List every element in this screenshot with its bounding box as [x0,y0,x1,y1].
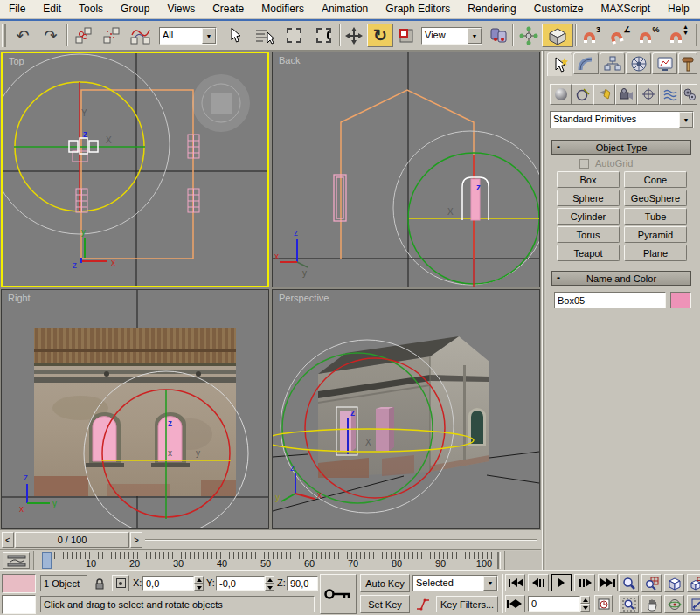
y-spinner[interactable] [265,576,274,591]
y-coordinate-field[interactable]: -0,0 [216,576,265,591]
zoom-extents-all-button[interactable] [687,574,700,592]
tab-hierarchy[interactable] [600,52,625,74]
object-type-cylinder-button[interactable]: Cylinder [557,208,620,225]
object-type-teapot-button[interactable]: Teapot [557,245,620,261]
panel-scrollbar[interactable] [543,51,546,571]
object-type-geosphere-button[interactable]: GeoSphere [624,190,687,206]
viewport-top-label[interactable]: Top [9,56,24,66]
key-mode-toggle[interactable] [505,595,525,612]
viewport-back-label[interactable]: Back [279,55,300,66]
x-coordinate-field[interactable]: 0,0 [142,576,194,591]
selection-lock-toggle[interactable] [93,575,107,591]
selection-filter-dropdown[interactable]: All ▼ [159,27,217,45]
dropdown-arrow-icon[interactable]: ▼ [483,576,497,591]
dropdown-arrow-icon[interactable]: ▼ [679,112,693,128]
viewport-right-label[interactable]: Right [8,293,31,303]
use-pivot-point-center-icon[interactable] [486,24,510,47]
category-shapes[interactable] [572,84,593,105]
zoom-all-button[interactable] [641,574,662,592]
select-and-link-icon[interactable] [72,24,96,47]
object-type-sphere-button[interactable]: Sphere [557,190,620,206]
key-filters-button[interactable]: Key Filters... [436,596,498,612]
rectangular-selection-region-icon[interactable] [281,24,306,47]
pan-button[interactable] [641,595,662,613]
menu-modifiers[interactable]: Modifiers [253,1,313,17]
dropdown-arrow-icon[interactable]: ▼ [468,28,482,44]
select-and-move-icon[interactable] [343,24,365,47]
undo-icon[interactable]: ↶ [10,24,35,47]
menu-edit[interactable]: Edit [34,1,70,17]
menu-create[interactable]: Create [204,1,253,17]
select-by-name-icon[interactable] [252,24,278,47]
time-slider-next-arrow[interactable]: > [130,532,142,548]
menu-graph-editors[interactable]: Graph Editors [377,1,459,17]
mini-listener-pane[interactable] [2,595,36,614]
time-slider-prev-arrow[interactable]: < [2,532,14,548]
autogrid-checkbox[interactable] [579,159,589,169]
object-type-pyramid-button[interactable]: Pyramid [624,226,687,243]
percent-snap-toggle-icon[interactable]: % [636,24,662,47]
key-scope-dropdown[interactable]: Selected ▼ [412,575,498,591]
play-button[interactable] [551,574,572,591]
viewport-right[interactable]: Right [1,289,269,529]
time-configuration-button[interactable] [594,595,613,612]
category-cameras[interactable] [615,84,637,105]
menu-file[interactable]: File [0,1,34,17]
spinner-snap-toggle-icon[interactable]: ▲▼ [665,24,693,47]
viewport-perspective[interactable]: Perspective [272,289,540,529]
viewport-back[interactable]: Back z X [272,52,540,287]
tab-create[interactable] [547,52,572,76]
object-color-swatch[interactable] [670,292,691,308]
category-space-warps[interactable] [659,84,681,105]
menu-customize[interactable]: Customize [525,1,593,17]
dropdown-arrow-icon[interactable]: ▼ [202,28,216,44]
menu-animation[interactable]: Animation [313,1,377,17]
go-to-end-button[interactable] [598,574,618,591]
category-geometry[interactable] [550,84,572,105]
category-helpers[interactable] [637,84,659,105]
tab-motion[interactable] [626,52,651,74]
name-color-rollout-header[interactable]: - Name and Color [551,271,691,286]
select-and-manipulate-icon[interactable] [516,24,540,47]
tab-modify[interactable] [573,52,599,74]
track-bar-frame-handle[interactable] [42,552,52,569]
frame-spinner[interactable] [580,596,590,612]
object-type-torus-button[interactable]: Torus [557,226,620,243]
crossing-selection-icon[interactable] [309,24,337,47]
menu-tools[interactable]: Tools [70,1,112,17]
current-frame-field[interactable]: 0 [528,596,580,612]
unlink-selection-icon[interactable] [100,24,124,47]
go-to-start-button[interactable] [505,574,525,591]
arc-rotate-button[interactable] [664,595,684,613]
object-type-tube-button[interactable]: Tube [624,208,687,225]
category-systems[interactable] [681,84,697,105]
next-frame-button[interactable] [574,574,595,591]
viewport-top[interactable]: Top [1,52,269,287]
object-type-rollout-header[interactable]: - Object Type [551,140,691,155]
select-and-rotate-icon[interactable]: ↻ [367,24,393,47]
object-name-field[interactable]: Box05 [554,292,666,308]
object-type-plane-button[interactable]: Plane [624,245,687,261]
category-lights[interactable] [593,84,615,105]
time-slider-track[interactable] [145,539,537,541]
select-and-scale-icon[interactable] [395,24,418,47]
z-coordinate-field[interactable]: 90,0 [287,576,318,591]
reference-coordinate-system-dropdown[interactable]: View ▼ [421,27,482,45]
x-spinner[interactable] [194,576,204,591]
tab-display[interactable] [652,52,677,74]
time-slider-handle[interactable]: 0 / 100 [15,532,129,548]
menu-views[interactable]: Views [158,1,204,17]
viewport-perspective-label[interactable]: Perspective [279,293,329,303]
menu-rendering[interactable]: Rendering [459,1,524,17]
set-key-button[interactable]: Set Key [360,595,410,613]
menu-maxscript[interactable]: MAXScript [592,1,659,17]
redo-icon[interactable]: ↷ [38,24,63,47]
zoom-button[interactable] [619,574,639,592]
toolbar-drag-handle[interactable] [2,24,6,47]
track-bar-ruler[interactable]: 0 10 20 30 40 50 60 70 80 90 100 [33,551,505,570]
open-mini-curve-editor-button[interactable] [3,552,30,569]
bind-to-space-warp-icon[interactable] [128,24,154,47]
tab-utilities[interactable] [678,52,697,74]
keyboard-shortcut-override-toggle[interactable] [542,24,573,47]
previous-frame-button[interactable] [528,574,549,591]
